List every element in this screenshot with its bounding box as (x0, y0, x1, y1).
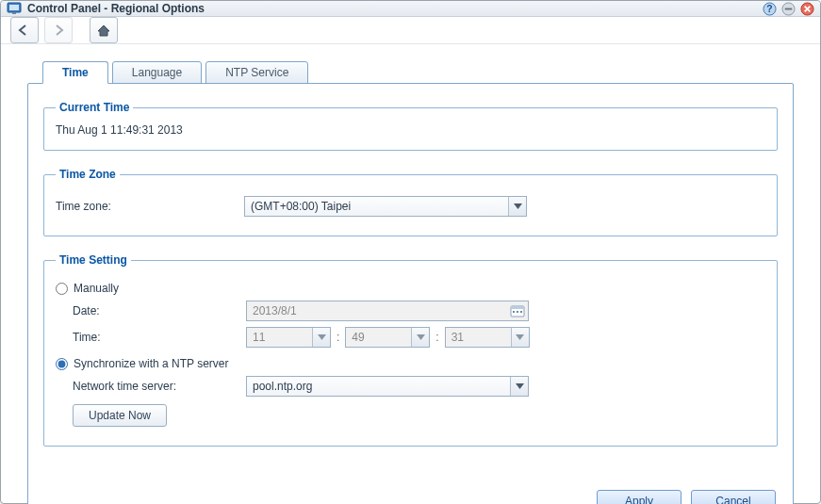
titlebar: Control Panel - Regional Options ? (1, 1, 820, 17)
legend-time-zone: Time Zone (56, 168, 120, 181)
nav-home-button[interactable] (90, 17, 118, 43)
chevron-down-icon (511, 328, 529, 347)
timezone-select[interactable]: (GMT+08:00) Taipei (244, 196, 527, 217)
timezone-label: Time zone: (56, 200, 244, 213)
close-icon[interactable] (799, 1, 814, 16)
current-time-value: Thu Aug 1 11:49:31 2013 (56, 123, 765, 137)
nav-toolbar (1, 17, 820, 44)
update-now-button[interactable]: Update Now (73, 404, 167, 427)
chevron-down-icon (508, 197, 526, 216)
time-minute-value: 49 (352, 331, 364, 344)
tab-time-label: Time (62, 66, 89, 79)
update-now-label: Update Now (89, 409, 151, 422)
cancel-button[interactable]: Cancel (691, 490, 776, 504)
content-area: Time Language NTP Service Current Time T… (1, 44, 820, 504)
time-selects: 11 : 49 : 31 (246, 327, 530, 348)
apply-button[interactable]: Apply (597, 490, 681, 504)
legend-time-setting: Time Setting (56, 253, 131, 267)
time-second-select[interactable]: 31 (445, 327, 530, 348)
legend-current-time: Current Time (56, 101, 133, 114)
control-panel-icon (7, 1, 22, 16)
window: Control Panel - Regional Options ? Time … (0, 0, 821, 504)
tab-ntp-service[interactable]: NTP Service (205, 61, 308, 84)
cancel-label: Cancel (715, 495, 750, 504)
svg-text:?: ? (766, 4, 772, 14)
svg-rect-10 (513, 311, 515, 313)
time-sep: : (337, 331, 339, 344)
minimize-icon[interactable] (780, 1, 796, 16)
tab-time[interactable]: Time (42, 61, 108, 84)
help-icon[interactable]: ? (762, 1, 777, 16)
radio-manually[interactable] (56, 283, 68, 295)
time-hour-select[interactable]: 11 (246, 327, 331, 348)
chevron-down-icon (312, 328, 330, 347)
ntp-server-value: pool.ntp.org (253, 380, 312, 393)
nav-forward-button[interactable] (44, 17, 73, 43)
group-time-zone: Time Zone Time zone: (GMT+08:00) Taipei (43, 168, 778, 236)
nav-back-button[interactable] (10, 17, 39, 43)
tab-language-label: Language (132, 66, 182, 79)
svg-rect-6 (784, 8, 792, 9)
date-value: 2013/8/1 (253, 304, 297, 317)
radio-ntp[interactable] (56, 358, 68, 370)
tab-bar: Time Language NTP Service (42, 61, 794, 84)
svg-rect-11 (517, 311, 518, 313)
ntp-server-label: Network time server: (73, 380, 246, 393)
time-hour-value: 11 (253, 331, 265, 344)
timezone-value: (GMT+08:00) Taipei (251, 200, 351, 213)
apply-label: Apply (625, 495, 653, 504)
svg-rect-2 (12, 12, 16, 14)
window-title: Control Panel - Regional Options (27, 2, 205, 15)
svg-rect-1 (9, 5, 19, 10)
time-second-value: 31 (452, 331, 464, 344)
tab-panel-time: Current Time Thu Aug 1 11:49:31 2013 Tim… (27, 83, 794, 504)
tab-language[interactable]: Language (112, 61, 202, 84)
chevron-down-icon (510, 377, 528, 396)
radio-ntp-label: Synchronize with a NTP server (74, 357, 229, 370)
svg-rect-12 (520, 311, 522, 313)
tab-ntp-label: NTP Service (225, 66, 288, 79)
ntp-server-combo[interactable]: pool.ntp.org (246, 376, 529, 397)
chevron-down-icon (411, 328, 429, 347)
time-minute-select[interactable]: 49 (345, 327, 430, 348)
radio-manually-label: Manually (74, 282, 119, 295)
footer-buttons: Apply Cancel (43, 480, 778, 504)
time-label: Time: (73, 331, 246, 344)
svg-rect-9 (511, 306, 524, 309)
group-current-time: Current Time Thu Aug 1 11:49:31 2013 (43, 101, 778, 151)
date-field[interactable]: 2013/8/1 (246, 301, 529, 321)
time-sep: : (435, 331, 438, 344)
date-label: Date: (73, 304, 246, 317)
group-time-setting: Time Setting Manually Date: 2013/8/1 (43, 253, 778, 447)
calendar-icon (510, 303, 525, 318)
